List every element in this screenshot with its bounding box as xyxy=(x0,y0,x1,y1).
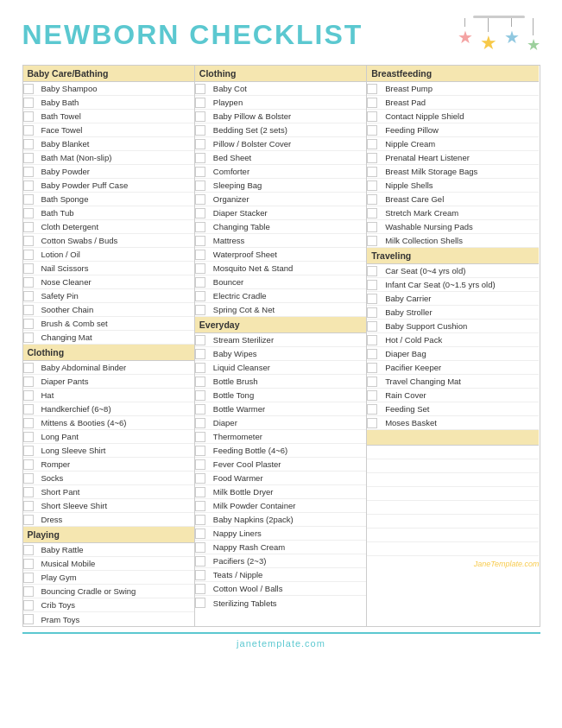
checkbox[interactable] xyxy=(367,98,377,108)
checkbox[interactable] xyxy=(23,573,34,583)
checkbox[interactable] xyxy=(367,208,377,218)
checkbox[interactable] xyxy=(23,418,34,428)
checkbox[interactable] xyxy=(195,404,205,415)
checkbox[interactable] xyxy=(23,167,34,177)
checkbox[interactable] xyxy=(195,446,205,456)
checkbox[interactable] xyxy=(195,263,205,274)
checkbox[interactable] xyxy=(367,236,377,246)
checkbox[interactable] xyxy=(367,167,377,177)
checkbox[interactable] xyxy=(23,236,34,246)
checkbox[interactable] xyxy=(195,84,205,94)
checkbox[interactable] xyxy=(367,111,377,122)
checkbox[interactable] xyxy=(23,559,34,569)
checkbox[interactable] xyxy=(195,501,205,511)
checkbox[interactable] xyxy=(23,600,34,611)
checkbox[interactable] xyxy=(23,98,34,108)
checkbox[interactable] xyxy=(23,208,34,218)
checkbox[interactable] xyxy=(23,377,34,387)
checkbox[interactable] xyxy=(367,84,377,94)
checkbox[interactable] xyxy=(367,321,377,332)
checkbox[interactable] xyxy=(23,501,34,511)
checkbox[interactable] xyxy=(367,335,377,345)
checkbox[interactable] xyxy=(195,98,205,108)
checkbox[interactable] xyxy=(23,515,34,525)
checkbox[interactable] xyxy=(195,236,205,246)
checkbox[interactable] xyxy=(195,529,205,539)
checkbox[interactable] xyxy=(23,180,34,191)
checkbox[interactable] xyxy=(23,446,34,456)
checkbox[interactable] xyxy=(367,139,377,149)
checkbox[interactable] xyxy=(23,125,34,136)
checkbox[interactable] xyxy=(23,111,34,122)
checkbox[interactable] xyxy=(367,363,377,373)
checkbox[interactable] xyxy=(367,418,377,428)
checkbox[interactable] xyxy=(195,377,205,387)
checkbox[interactable] xyxy=(23,84,34,94)
checkbox[interactable] xyxy=(367,377,377,387)
checkbox[interactable] xyxy=(195,153,205,163)
checkbox[interactable] xyxy=(23,404,34,415)
checkbox[interactable] xyxy=(195,570,205,580)
checkbox[interactable] xyxy=(367,280,377,290)
checkbox[interactable] xyxy=(367,404,377,415)
checkbox[interactable] xyxy=(367,194,377,205)
checkbox[interactable] xyxy=(195,335,205,345)
checkbox[interactable] xyxy=(23,277,34,288)
checkbox[interactable] xyxy=(23,614,34,624)
checkbox[interactable] xyxy=(23,487,34,497)
checkbox[interactable] xyxy=(195,250,205,260)
checkbox[interactable] xyxy=(195,487,205,497)
checkbox[interactable] xyxy=(195,125,205,136)
checkbox[interactable] xyxy=(195,459,205,470)
checkbox[interactable] xyxy=(195,556,205,567)
list-item: Feeding Set xyxy=(367,402,539,416)
checkbox[interactable] xyxy=(195,222,205,232)
checkbox[interactable] xyxy=(195,194,205,205)
checkbox[interactable] xyxy=(367,125,377,136)
checkbox[interactable] xyxy=(23,586,34,597)
checkbox[interactable] xyxy=(367,180,377,191)
checkbox[interactable] xyxy=(23,319,34,329)
checkbox[interactable] xyxy=(195,390,205,401)
checkbox[interactable] xyxy=(367,294,377,304)
checkbox[interactable] xyxy=(367,390,377,401)
checkbox[interactable] xyxy=(195,349,205,359)
checkbox[interactable] xyxy=(195,180,205,191)
checkbox[interactable] xyxy=(195,167,205,177)
checkbox[interactable] xyxy=(23,153,34,163)
checkbox[interactable] xyxy=(367,349,377,359)
checkbox[interactable] xyxy=(23,432,34,442)
checkbox[interactable] xyxy=(195,432,205,442)
checkbox[interactable] xyxy=(23,473,34,484)
checkbox[interactable] xyxy=(195,111,205,122)
checkbox[interactable] xyxy=(23,139,34,149)
checkbox[interactable] xyxy=(195,473,205,484)
checkbox[interactable] xyxy=(23,222,34,232)
checkbox[interactable] xyxy=(367,222,377,232)
checkbox[interactable] xyxy=(23,332,34,343)
checkbox[interactable] xyxy=(195,291,205,301)
list-item: Prenatal Heart Listener xyxy=(367,151,539,165)
checkbox[interactable] xyxy=(195,584,205,594)
checkbox[interactable] xyxy=(195,208,205,218)
checkbox[interactable] xyxy=(23,305,34,315)
checkbox[interactable] xyxy=(367,307,377,318)
checkbox[interactable] xyxy=(195,418,205,428)
checkbox[interactable] xyxy=(195,363,205,373)
checkbox[interactable] xyxy=(195,515,205,525)
checkbox[interactable] xyxy=(23,363,34,373)
checkbox[interactable] xyxy=(367,266,377,276)
checkbox[interactable] xyxy=(195,542,205,553)
checkbox[interactable] xyxy=(23,390,34,401)
checkbox[interactable] xyxy=(195,277,205,288)
checkbox[interactable] xyxy=(195,598,205,608)
checkbox[interactable] xyxy=(23,194,34,205)
checkbox[interactable] xyxy=(23,263,34,274)
checkbox[interactable] xyxy=(367,153,377,163)
checkbox[interactable] xyxy=(23,545,34,555)
checkbox[interactable] xyxy=(23,291,34,301)
checkbox[interactable] xyxy=(195,305,205,315)
checkbox[interactable] xyxy=(195,139,205,149)
checkbox[interactable] xyxy=(23,459,34,470)
checkbox[interactable] xyxy=(23,250,34,260)
